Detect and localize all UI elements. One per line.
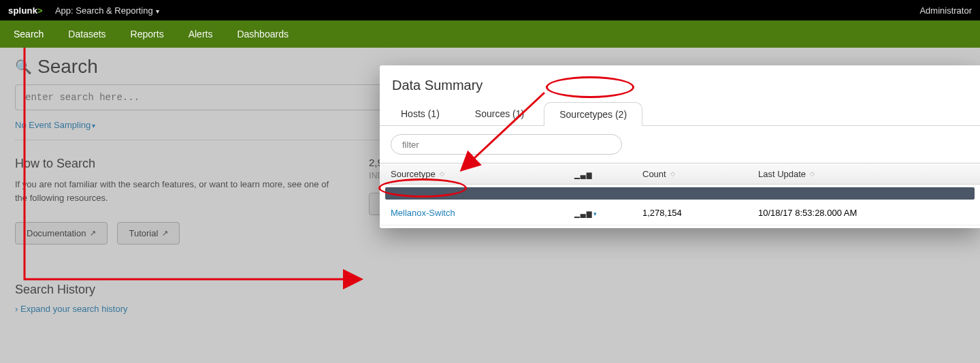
nav-reports[interactable]: Reports	[131, 29, 164, 40]
nav-alerts[interactable]: Alerts	[189, 29, 213, 40]
search-icon: 🔍	[15, 59, 32, 75]
count-cell: 1,278,154	[642, 208, 758, 218]
th-sourcetype[interactable]: Sourcetype◇	[391, 169, 574, 179]
external-link-icon: ↗	[162, 229, 168, 238]
filter-input[interactable]	[391, 134, 622, 155]
sort-icon: ◇	[440, 170, 444, 177]
table-header: Sourcetype◇ ▁▃▅ Count◇ Last Update◇	[380, 163, 980, 185]
nav-datasets[interactable]: Datasets	[68, 29, 105, 40]
nav-search[interactable]: Search	[14, 29, 44, 40]
administrator-menu[interactable]: Administrator	[919, 5, 972, 16]
documentation-button[interactable]: Documentation↗	[15, 222, 108, 244]
chart-dropdown[interactable]: ▁▃▅▾	[574, 208, 642, 218]
data-summary-modal: Data Summary Hosts (1) Sources (1) Sourc…	[380, 65, 980, 228]
chevron-down-icon: ▾	[156, 7, 159, 15]
th-lastupdate[interactable]: Last Update◇	[758, 169, 969, 179]
table-row: Mellanox-Switch ▁▃▅▾ 1,278,154 10/18/17 …	[380, 201, 980, 225]
tab-sourcetypes[interactable]: Sourcetypes (2)	[544, 102, 642, 126]
nav-dashboards[interactable]: Dashboards	[237, 29, 289, 40]
bar-chart-icon: ▁▃▅	[574, 208, 592, 218]
sort-icon: ◇	[670, 170, 675, 177]
how-to-search-heading: How to Search	[15, 157, 342, 171]
search-history-heading: Search History	[15, 283, 342, 297]
how-to-search-text: If you are not familiar with the search …	[15, 178, 342, 204]
chevron-down-icon: ▾	[593, 210, 597, 217]
th-count[interactable]: Count◇	[642, 169, 758, 179]
splunk-logo: splunk>	[8, 5, 43, 16]
external-link-icon: ↗	[90, 229, 96, 238]
chevron-right-icon: ›	[15, 304, 18, 314]
th-chart[interactable]: ▁▃▅	[574, 169, 642, 179]
sourcetype-link-mellanox-switch[interactable]: Mellanox-Switch	[391, 208, 574, 218]
tab-sources[interactable]: Sources (1)	[459, 101, 540, 125]
bar-chart-icon: ▁▃▅	[574, 169, 592, 179]
expand-search-history-link[interactable]: › Expand your search history	[15, 304, 342, 314]
app-nav: Search Datasets Reports Alerts Dashboard…	[0, 20, 980, 48]
tab-hosts[interactable]: Hosts (1)	[385, 101, 455, 125]
sort-icon: ◇	[810, 170, 815, 177]
modal-title: Data Summary	[380, 65, 980, 101]
event-sampling-dropdown[interactable]: No Event Sampling▾	[15, 120, 95, 130]
chevron-down-icon: ▾	[92, 122, 95, 129]
tutorial-button[interactable]: Tutorial↗	[117, 222, 180, 244]
table-row-selected[interactable]	[385, 187, 975, 200]
page-title: Search	[37, 56, 98, 78]
app-selector[interactable]: App: Search & Reporting▾	[55, 5, 159, 16]
lastupdate-cell: 10/18/17 8:53:28.000 AM	[758, 208, 969, 218]
